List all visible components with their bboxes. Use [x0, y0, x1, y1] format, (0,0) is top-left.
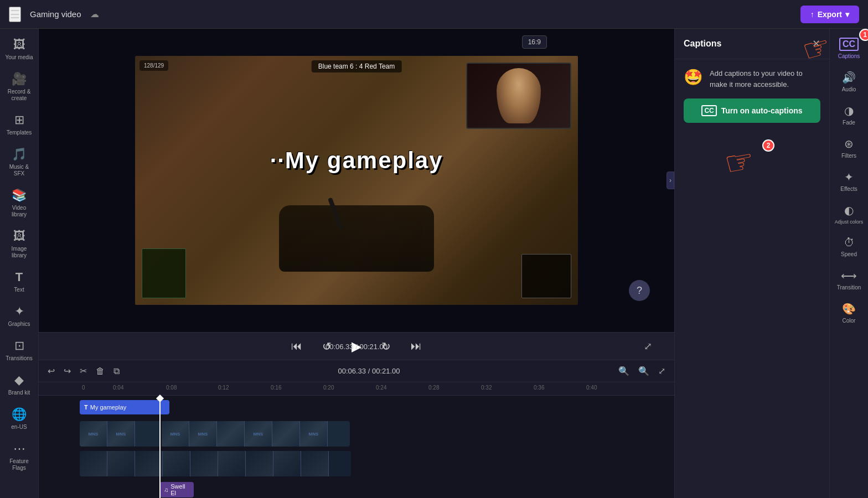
video-segment-2[interactable] — [80, 451, 351, 476]
minimap — [521, 254, 571, 298]
captions-tool-label: Captions — [838, 53, 860, 60]
sidebar-item-text[interactable]: T Text — [2, 266, 37, 298]
sidebar-item-image-library[interactable]: 🖼 Image library — [2, 225, 37, 263]
tank-silhouette — [279, 205, 434, 272]
time-display: 00:06.33 / 00:21.00 — [326, 342, 388, 350]
cursor-area-2: ☞ 2 — [675, 132, 829, 198]
pip-person — [497, 68, 541, 123]
zoom-in-button[interactable]: 🔍 — [636, 364, 652, 378]
captions-panel-title: Captions — [684, 39, 721, 49]
media-icon: 🖼 — [13, 38, 25, 52]
timeline-toolbar: ↩ ↪ ✂ 🗑 ⧉ 00:06.33 / 00:21.00 🔍 🔍 ⤢ — [39, 360, 674, 382]
right-tool-captions[interactable]: CC Captions — [831, 33, 867, 64]
center-area: Blue team 6 : 4 Red Team 128/129 ··My ga… — [39, 29, 674, 498]
skip-forward-button[interactable]: ⏭ — [406, 338, 426, 355]
thumb — [301, 451, 329, 476]
effects-tool-label: Effects — [840, 186, 857, 193]
video-library-icon: 📚 — [12, 188, 27, 203]
audio-tool-icon: 🔊 — [842, 71, 856, 84]
sidebar-item-brand-kit[interactable]: ◆ Brand kit — [2, 369, 37, 401]
video-segment-1a[interactable]: MNS MNS — [80, 421, 159, 447]
sidebar-item-label: Music & SFX — [5, 164, 34, 177]
video-canvas: Blue team 6 : 4 Red Team 128/129 ··My ga… — [135, 56, 578, 305]
sidebar-item-label: Video library — [5, 205, 34, 218]
sidebar-item-video-library[interactable]: 📚 Video library — [2, 184, 37, 222]
main-content: 🖼 Your media 🎥 Record & create ⊞ Templat… — [0, 29, 868, 498]
redo-button[interactable]: ↪ — [61, 364, 73, 378]
sidebar-item-label: Graphics — [8, 321, 30, 328]
thumb: MNS — [245, 421, 272, 447]
audio-swell-segment[interactable]: ♫ Swell El — [159, 482, 194, 497]
sidebar-item-transitions[interactable]: ⊡ Transitions — [2, 334, 37, 366]
sidebar-item-label: Image library — [5, 246, 34, 259]
right-tool-fade[interactable]: ◑ Fade — [831, 100, 867, 131]
cloud-sync-icon: ☁ — [90, 9, 99, 19]
export-icon: ↑ — [810, 10, 814, 19]
captions-panel-body: 🤩 Add captions to your video to make it … — [675, 59, 829, 132]
sidebar-item-label: Record & create — [5, 89, 34, 102]
text-track-segment[interactable]: T My gameplay — [80, 400, 169, 414]
hud-stats: 128/129 — [140, 60, 168, 71]
copy-button[interactable]: ⧉ — [111, 364, 122, 378]
undo-button[interactable]: ↩ — [45, 364, 57, 378]
color-tool-icon: 🎨 — [842, 302, 856, 315]
thumb — [135, 451, 163, 476]
audio-tool-label: Audio — [842, 86, 856, 93]
right-tool-color[interactable]: 🎨 Color — [831, 298, 867, 329]
video-track-2-row — [39, 450, 674, 479]
sidebar-item-label: Text — [14, 287, 24, 293]
thumb: MNS — [107, 421, 135, 447]
text-track-label: My gameplay — [90, 404, 126, 411]
sidebar-item-label: Feature Flags — [5, 458, 34, 471]
text-track-row: T My gameplay — [39, 398, 674, 418]
fade-tool-icon: ◑ — [844, 104, 854, 117]
export-button[interactable]: ↑ Export ▾ — [800, 6, 859, 23]
sidebar-item-music[interactable]: 🎵 Music & SFX — [2, 143, 37, 181]
project-title: Gaming video — [30, 9, 81, 19]
zoom-out-button[interactable]: 🔍 — [616, 364, 632, 378]
delete-button[interactable]: 🗑 — [94, 364, 107, 378]
fullscreen-button[interactable]: ⤢ — [644, 340, 652, 352]
right-tool-transition[interactable]: ⟷ Transition — [831, 264, 867, 295]
right-tool-speed[interactable]: ⏱ Speed — [831, 232, 867, 262]
sidebar-item-templates[interactable]: ⊞ Templates — [2, 108, 37, 141]
help-button[interactable]: ? — [629, 280, 650, 301]
sidebar-item-your-media[interactable]: 🖼 Your media — [2, 33, 37, 65]
menu-button[interactable]: ☰ — [9, 7, 21, 22]
close-captions-button[interactable]: ✕ — [812, 38, 820, 50]
cut-button[interactable]: ✂ — [78, 364, 89, 378]
playhead — [159, 398, 161, 498]
sidebar-item-label: Transitions — [6, 355, 33, 362]
sidebar-item-record[interactable]: 🎥 Record & create — [2, 68, 37, 106]
auto-captions-label: Turn on auto-captions — [721, 106, 803, 115]
auto-captions-button[interactable]: CC Turn on auto-captions — [684, 98, 820, 123]
sidebar-item-label: Your media — [5, 54, 33, 61]
right-tool-audio[interactable]: 🔊 Audio — [831, 66, 867, 97]
transition-tool-icon: ⟷ — [841, 269, 857, 282]
right-panel: CC Captions 1 🔊 Audio ◑ Fade ⊛ Filters ✦… — [829, 29, 868, 498]
right-tool-adjust[interactable]: ◐ Adjust colors — [831, 199, 867, 230]
thumb — [246, 451, 273, 476]
thumb — [107, 451, 135, 476]
sidebar-item-en-us[interactable]: 🌐 en-US — [2, 403, 37, 435]
skip-back-button[interactable]: ⏮ — [287, 338, 307, 355]
collapse-right-button[interactable]: › — [666, 172, 674, 189]
sidebar-item-graphics[interactable]: ✦ Graphics — [2, 300, 37, 332]
timeline-content[interactable]: 0 0:04 0:08 0:12 0:16 0:20 0:24 0:28 0:3… — [39, 382, 674, 498]
aspect-ratio-badge: 16:9 — [522, 35, 547, 49]
thumb — [218, 451, 246, 476]
captions-panel: Captions ✕ 🤩 Add captions to your video … — [674, 29, 829, 498]
video-segment-1b[interactable]: MNS MNS MNS MNS — [162, 421, 350, 447]
sidebar-item-label: Brand kit — [8, 390, 30, 396]
hud-score: Blue team 6 : 4 Red Team — [312, 60, 402, 72]
thumb: MNS — [300, 421, 328, 447]
sidebar-item-feature-flags[interactable]: ⋯ Feature Flags — [2, 437, 37, 476]
right-tool-filters[interactable]: ⊛ Filters — [831, 133, 867, 164]
right-tool-effects[interactable]: ✦ Effects — [831, 166, 867, 197]
tracks-area: T My gameplay MNS MNS — [39, 398, 674, 498]
thumb — [217, 421, 245, 447]
thumb — [190, 451, 218, 476]
video-preview: Blue team 6 : 4 Red Team 128/129 ··My ga… — [39, 29, 674, 332]
audio-swell-row: ♫ Swell El — [39, 480, 674, 498]
timeline-fullscreen-button[interactable]: ⤢ — [656, 364, 668, 378]
